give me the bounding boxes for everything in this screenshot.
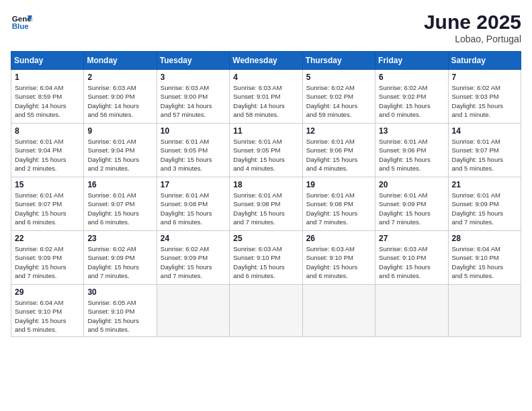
day-number: 12 xyxy=(306,126,371,136)
calendar-table: SundayMondayTuesdayWednesdayThursdayFrid… xyxy=(11,51,521,337)
day-cell-27: 27Sunrise: 6:03 AM Sunset: 9:10 PM Dayli… xyxy=(375,231,448,285)
day-cell-5: 5Sunrise: 6:02 AM Sunset: 9:02 PM Daylig… xyxy=(302,70,375,124)
day-cell-8: 8Sunrise: 6:01 AM Sunset: 9:04 PM Daylig… xyxy=(11,124,84,177)
day-cell-empty xyxy=(302,285,375,337)
day-number: 5 xyxy=(306,73,371,82)
title-block: June 2025 Lobao, Portugal xyxy=(424,11,521,44)
day-info: Sunrise: 6:05 AM Sunset: 9:10 PM Dayligh… xyxy=(87,298,152,334)
day-cell-26: 26Sunrise: 6:03 AM Sunset: 9:10 PM Dayli… xyxy=(302,231,375,285)
day-number: 25 xyxy=(233,234,298,243)
day-info: Sunrise: 6:03 AM Sunset: 9:01 PM Dayligh… xyxy=(233,83,298,119)
day-cell-12: 12Sunrise: 6:01 AM Sunset: 9:06 PM Dayli… xyxy=(302,124,375,177)
day-cell-30: 30Sunrise: 6:05 AM Sunset: 9:10 PM Dayli… xyxy=(84,285,157,337)
day-number: 1 xyxy=(15,73,80,82)
day-cell-15: 15Sunrise: 6:01 AM Sunset: 9:07 PM Dayli… xyxy=(11,177,84,231)
day-number: 19 xyxy=(306,180,371,189)
page-header: General Blue June 2025 Lobao, Portugal xyxy=(11,11,521,44)
day-info: Sunrise: 6:03 AM Sunset: 9:00 PM Dayligh… xyxy=(87,83,152,119)
day-number: 7 xyxy=(452,73,517,82)
day-cell-9: 9Sunrise: 6:01 AM Sunset: 9:04 PM Daylig… xyxy=(84,124,157,177)
col-header-tuesday: Tuesday xyxy=(157,52,229,70)
day-number: 29 xyxy=(15,287,80,297)
day-number: 3 xyxy=(161,73,226,82)
day-number: 9 xyxy=(87,126,152,136)
day-cell-4: 4Sunrise: 6:03 AM Sunset: 9:01 PM Daylig… xyxy=(230,70,302,124)
day-info: Sunrise: 6:01 AM Sunset: 9:08 PM Dayligh… xyxy=(306,191,371,226)
day-info: Sunrise: 6:01 AM Sunset: 9:06 PM Dayligh… xyxy=(379,137,444,173)
day-number: 14 xyxy=(452,126,517,136)
day-info: Sunrise: 6:03 AM Sunset: 9:00 PM Dayligh… xyxy=(161,83,226,119)
day-number: 17 xyxy=(161,180,226,189)
day-info: Sunrise: 6:02 AM Sunset: 9:09 PM Dayligh… xyxy=(87,244,152,280)
day-info: Sunrise: 6:02 AM Sunset: 9:02 PM Dayligh… xyxy=(379,83,444,119)
col-header-monday: Monday xyxy=(84,52,157,70)
day-number: 23 xyxy=(87,234,152,243)
day-info: Sunrise: 6:01 AM Sunset: 9:05 PM Dayligh… xyxy=(233,137,298,173)
day-info: Sunrise: 6:01 AM Sunset: 9:06 PM Dayligh… xyxy=(306,137,371,173)
day-cell-14: 14Sunrise: 6:01 AM Sunset: 9:07 PM Dayli… xyxy=(448,124,521,177)
day-number: 11 xyxy=(233,126,298,136)
logo: General Blue xyxy=(11,11,32,32)
col-header-thursday: Thursday xyxy=(302,52,375,70)
day-cell-29: 29Sunrise: 6:04 AM Sunset: 9:10 PM Dayli… xyxy=(11,285,84,337)
day-cell-23: 23Sunrise: 6:02 AM Sunset: 9:09 PM Dayli… xyxy=(84,231,157,285)
header-row: SundayMondayTuesdayWednesdayThursdayFrid… xyxy=(11,52,521,70)
day-cell-empty xyxy=(157,285,229,337)
day-cell-13: 13Sunrise: 6:01 AM Sunset: 9:06 PM Dayli… xyxy=(375,124,448,177)
svg-text:Blue: Blue xyxy=(12,22,30,30)
day-number: 22 xyxy=(15,234,80,243)
week-row-2: 8Sunrise: 6:01 AM Sunset: 9:04 PM Daylig… xyxy=(11,124,521,177)
day-info: Sunrise: 6:01 AM Sunset: 9:09 PM Dayligh… xyxy=(379,191,444,226)
day-cell-1: 1Sunrise: 6:04 AM Sunset: 8:59 PM Daylig… xyxy=(11,70,84,124)
day-cell-empty xyxy=(375,285,448,337)
logo-icon: General Blue xyxy=(11,11,32,32)
day-number: 30 xyxy=(87,287,152,297)
week-row-4: 22Sunrise: 6:02 AM Sunset: 9:09 PM Dayli… xyxy=(11,231,521,285)
col-header-sunday: Sunday xyxy=(11,52,84,70)
day-cell-7: 7Sunrise: 6:02 AM Sunset: 9:03 PM Daylig… xyxy=(448,70,521,124)
day-cell-11: 11Sunrise: 6:01 AM Sunset: 9:05 PM Dayli… xyxy=(230,124,302,177)
day-info: Sunrise: 6:04 AM Sunset: 9:10 PM Dayligh… xyxy=(452,244,517,280)
day-cell-10: 10Sunrise: 6:01 AM Sunset: 9:05 PM Dayli… xyxy=(157,124,229,177)
day-cell-16: 16Sunrise: 6:01 AM Sunset: 9:07 PM Dayli… xyxy=(84,177,157,231)
day-info: Sunrise: 6:01 AM Sunset: 9:08 PM Dayligh… xyxy=(233,191,298,226)
day-number: 13 xyxy=(379,126,444,136)
day-cell-2: 2Sunrise: 6:03 AM Sunset: 9:00 PM Daylig… xyxy=(84,70,157,124)
day-info: Sunrise: 6:02 AM Sunset: 9:02 PM Dayligh… xyxy=(306,83,371,119)
day-info: Sunrise: 6:01 AM Sunset: 9:07 PM Dayligh… xyxy=(15,191,80,226)
day-cell-6: 6Sunrise: 6:02 AM Sunset: 9:02 PM Daylig… xyxy=(375,70,448,124)
day-number: 15 xyxy=(15,180,80,189)
day-number: 4 xyxy=(233,73,298,82)
day-info: Sunrise: 6:02 AM Sunset: 9:09 PM Dayligh… xyxy=(15,244,80,280)
day-info: Sunrise: 6:01 AM Sunset: 9:04 PM Dayligh… xyxy=(87,137,152,173)
day-cell-22: 22Sunrise: 6:02 AM Sunset: 9:09 PM Dayli… xyxy=(11,231,84,285)
day-info: Sunrise: 6:03 AM Sunset: 9:10 PM Dayligh… xyxy=(379,244,444,280)
day-info: Sunrise: 6:01 AM Sunset: 9:07 PM Dayligh… xyxy=(87,191,152,226)
day-info: Sunrise: 6:02 AM Sunset: 9:03 PM Dayligh… xyxy=(452,83,517,119)
day-cell-28: 28Sunrise: 6:04 AM Sunset: 9:10 PM Dayli… xyxy=(448,231,521,285)
day-number: 8 xyxy=(15,126,80,136)
day-info: Sunrise: 6:04 AM Sunset: 9:10 PM Dayligh… xyxy=(15,298,80,334)
day-cell-20: 20Sunrise: 6:01 AM Sunset: 9:09 PM Dayli… xyxy=(375,177,448,231)
day-cell-3: 3Sunrise: 6:03 AM Sunset: 9:00 PM Daylig… xyxy=(157,70,229,124)
day-number: 2 xyxy=(87,73,152,82)
day-info: Sunrise: 6:01 AM Sunset: 9:09 PM Dayligh… xyxy=(452,191,517,226)
day-number: 16 xyxy=(87,180,152,189)
day-number: 18 xyxy=(233,180,298,189)
day-number: 20 xyxy=(379,180,444,189)
day-info: Sunrise: 6:04 AM Sunset: 8:59 PM Dayligh… xyxy=(15,83,80,119)
day-number: 10 xyxy=(161,126,226,136)
week-row-1: 1Sunrise: 6:04 AM Sunset: 8:59 PM Daylig… xyxy=(11,70,521,124)
day-cell-empty xyxy=(230,285,302,337)
col-header-friday: Friday xyxy=(375,52,448,70)
day-number: 28 xyxy=(452,234,517,243)
month-title: June 2025 xyxy=(424,11,521,34)
col-header-saturday: Saturday xyxy=(448,52,521,70)
day-number: 26 xyxy=(306,234,371,243)
day-info: Sunrise: 6:01 AM Sunset: 9:05 PM Dayligh… xyxy=(161,137,226,173)
day-number: 21 xyxy=(452,180,517,189)
col-header-wednesday: Wednesday xyxy=(230,52,302,70)
day-cell-21: 21Sunrise: 6:01 AM Sunset: 9:09 PM Dayli… xyxy=(448,177,521,231)
day-number: 24 xyxy=(161,234,226,243)
day-cell-24: 24Sunrise: 6:02 AM Sunset: 9:09 PM Dayli… xyxy=(157,231,229,285)
